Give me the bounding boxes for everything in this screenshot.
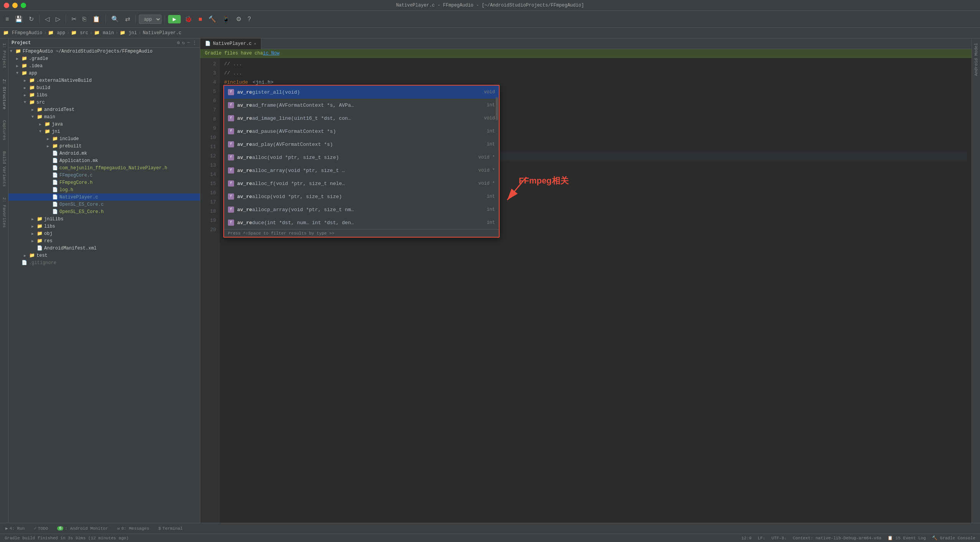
avd-button[interactable]: 📱: [220, 14, 232, 24]
ac-item-5[interactable]: f av_read_play(AVFormatContext *s) int: [224, 138, 499, 151]
tab-favorites[interactable]: 2: Favorites: [0, 196, 8, 229]
breadcrumb-item-6[interactable]: NativePlayer.c: [143, 30, 181, 36]
encoding[interactable]: UTF-8↓: [771, 536, 787, 540]
tab-structure-z[interactable]: Z: Structure: [0, 78, 8, 111]
tab-todo[interactable]: ✓ TODO: [31, 525, 50, 532]
tree-item-ffmpegcore-h[interactable]: ▶ 📄 FFmpegCore.h: [8, 179, 200, 186]
sync-link[interactable]: ic Now: [263, 51, 279, 56]
settings-icon[interactable]: ⋮: [192, 40, 197, 46]
tab-run[interactable]: ▶ 4: Run: [3, 525, 27, 532]
tab-terminal[interactable]: $ Terminal: [156, 525, 185, 532]
tree-item-com-hejunlin[interactable]: ▶ 📄 com_hejunlin_ffmpegaudio_NativePlaye…: [8, 164, 200, 172]
app-selector[interactable]: app: [139, 15, 162, 24]
toolbar-copy-btn[interactable]: ⎘: [80, 14, 89, 24]
toolbar-undo-btn[interactable]: ◁: [43, 14, 52, 24]
breadcrumb-item-5[interactable]: 📁 jni: [120, 30, 137, 36]
tree-item-ffmpegcore-c[interactable]: ▶ 📄 FFmpegCore.c: [8, 172, 200, 179]
gradle-console[interactable]: 🔨 Gradle Console: [932, 535, 975, 540]
folder-icon-ext: 📁: [29, 78, 35, 83]
tab-android-monitor[interactable]: 6 : Android Monitor: [55, 525, 110, 532]
tree-root[interactable]: ▼ 📁 FFmpegAudio ~/AndroidStudioProjects/…: [8, 48, 200, 55]
toolbar-cut-btn[interactable]: ✂: [69, 14, 79, 24]
tree-item-main[interactable]: ▼ 📁 main: [8, 113, 200, 121]
toolbar-replace-btn[interactable]: ⇄: [123, 14, 132, 24]
tab-captures[interactable]: Captures: [0, 119, 8, 142]
ac-item-2[interactable]: f av_read_frame(AVFormatContext *s, AVPa…: [224, 99, 499, 112]
tab-android-model[interactable]: Android Model: [972, 41, 980, 78]
line-ending[interactable]: LF↓: [758, 536, 766, 540]
tree-item-gradle[interactable]: ▶ 📁 .gradle: [8, 55, 200, 62]
tree-item-ext[interactable]: ▶ 📁 .externalNativeBuild: [8, 77, 200, 84]
line-num-20: 20: [200, 225, 216, 235]
tree-item-libs2[interactable]: ▶ 📁 libs: [8, 223, 200, 230]
tree-item-java[interactable]: ▶ 📁 java: [8, 121, 200, 128]
file-icon-ffmpegcore-c: 📄: [52, 172, 58, 178]
file-icon-nativeplayer-c: 📄: [52, 194, 58, 200]
run-button[interactable]: ▶: [168, 15, 181, 23]
breadcrumb-item-2[interactable]: 📁 app: [48, 30, 65, 36]
line-num-18: 18: [200, 207, 216, 216]
tab-nativeplayer[interactable]: 📄 NativePlayer.c ✕: [200, 38, 261, 49]
tab-messages[interactable]: ✉ 0: Messages: [115, 525, 152, 532]
toolbar-search-btn[interactable]: 🔍: [109, 14, 121, 24]
ac-item-1[interactable]: f av_register_all(void) void: [224, 86, 499, 99]
debug-button[interactable]: 🐞: [182, 14, 195, 24]
event-log[interactable]: 📋 15 Event Log: [888, 535, 926, 540]
ac-item-8[interactable]: f av_realloc_f(void *ptr, size_t nele… v…: [224, 177, 499, 190]
build-button[interactable]: 🔨: [206, 14, 218, 24]
tree-item-src[interactable]: ▼ 📁 src: [8, 99, 200, 106]
tree-item-jni[interactable]: ▼ 📁 jni: [8, 128, 200, 135]
ac-item-10[interactable]: f av_reallocp_array(void *ptr, size_t nm…: [224, 203, 499, 216]
toolbar-paste-btn[interactable]: 📋: [90, 14, 102, 24]
breadcrumb-item-3[interactable]: 📁 src: [71, 30, 88, 36]
tree-item-idea[interactable]: ▶ 📁 .idea: [8, 62, 200, 69]
toolbar-sync-btn[interactable]: ↻: [26, 14, 36, 24]
expand-arrow-idea: ▶: [16, 64, 21, 68]
ac-scrollbar[interactable]: [496, 97, 498, 120]
sync-icon[interactable]: ↻: [182, 40, 185, 46]
tree-item-opensl-c[interactable]: ▶ 📄 OpenSL_ES_Core.c: [8, 201, 200, 208]
toolbar-save-btn[interactable]: 💾: [13, 14, 25, 24]
tree-item-build[interactable]: ▶ 📁 build: [8, 84, 200, 91]
sdk-button[interactable]: ⚙: [234, 14, 244, 24]
ac-item-4[interactable]: f av_read_pause(AVFormatContext *s) int: [224, 125, 499, 138]
help-button[interactable]: ?: [245, 14, 253, 24]
toolbar-menu-btn[interactable]: ≡: [3, 14, 11, 24]
tree-item-opensl-h[interactable]: ▶ 📄 OpenSL_ES_Core.h: [8, 208, 200, 215]
tab-close-btn[interactable]: ✕: [254, 41, 256, 46]
minimize-button[interactable]: [12, 3, 18, 8]
ac-item-9[interactable]: f av_reallocp(void *ptr, size_t size) in…: [224, 190, 499, 203]
tree-item-libs[interactable]: ▶ 📁 libs: [8, 91, 200, 99]
collapse-icon[interactable]: —: [187, 40, 190, 46]
ac-icon-11: f: [228, 220, 234, 226]
tree-item-include[interactable]: ▶ 📁 include: [8, 135, 200, 142]
tree-item-androidtest[interactable]: ▶ 📁 androidTest: [8, 106, 200, 113]
stop-button[interactable]: ■: [196, 14, 205, 24]
tab-build-variants[interactable]: Build Variants: [0, 150, 8, 188]
tree-item-manifest[interactable]: ▶ 📄 AndroidManifest.xml: [8, 245, 200, 252]
gear-icon[interactable]: ⚙: [177, 40, 180, 46]
tree-item-application-mk[interactable]: ▶ 📄 Application.mk: [8, 157, 200, 164]
ac-item-11[interactable]: f av_reduce(int *dst, num… int *dst, den…: [224, 216, 499, 229]
ac-item-6[interactable]: f av_realloc(void *ptr, size_t size) voi…: [224, 151, 499, 164]
tree-item-log-h[interactable]: ▶ 📄 log.h: [8, 186, 200, 193]
breadcrumb-item-1[interactable]: 📁 FFmpegAudio: [3, 30, 42, 36]
tree-item-app[interactable]: ▼ 📁 app: [8, 69, 200, 77]
tree-item-test[interactable]: ▶ 📁 test: [8, 252, 200, 259]
tab-project[interactable]: 1: Project: [0, 41, 8, 70]
breadcrumb-item-4[interactable]: 📁 main: [94, 30, 114, 36]
toolbar-redo-btn[interactable]: ▷: [53, 14, 63, 24]
ac-name-1: av_register_all(void): [237, 89, 481, 95]
tree-item-prebuilt[interactable]: ▶ 📁 prebuilt: [8, 142, 200, 150]
close-button[interactable]: [4, 3, 9, 8]
tree-item-gitignore[interactable]: ▶ 📄 .gitignore: [8, 259, 200, 266]
tree-item-nativeplayer-c[interactable]: ▶ 📄 NativePlayer.c: [8, 193, 200, 201]
ac-item-3[interactable]: f av_read_image_line(uint16_t *dst, con……: [224, 112, 499, 125]
code-editor[interactable]: 2 3 4 5 6 7 8 9 10 11 12 13 14 15 16 17 …: [200, 58, 972, 523]
maximize-button[interactable]: [21, 3, 26, 8]
tree-item-jnilibs[interactable]: ▶ 📁 jniLibs: [8, 215, 200, 223]
ac-item-7[interactable]: f av_realloc_array(void *ptr, size_t … v…: [224, 164, 499, 177]
tree-item-android-mk[interactable]: ▶ 📄 Android.mk: [8, 150, 200, 157]
tree-item-obj[interactable]: ▶ 📁 obj: [8, 230, 200, 237]
tree-item-res[interactable]: ▶ 📁 res: [8, 237, 200, 245]
